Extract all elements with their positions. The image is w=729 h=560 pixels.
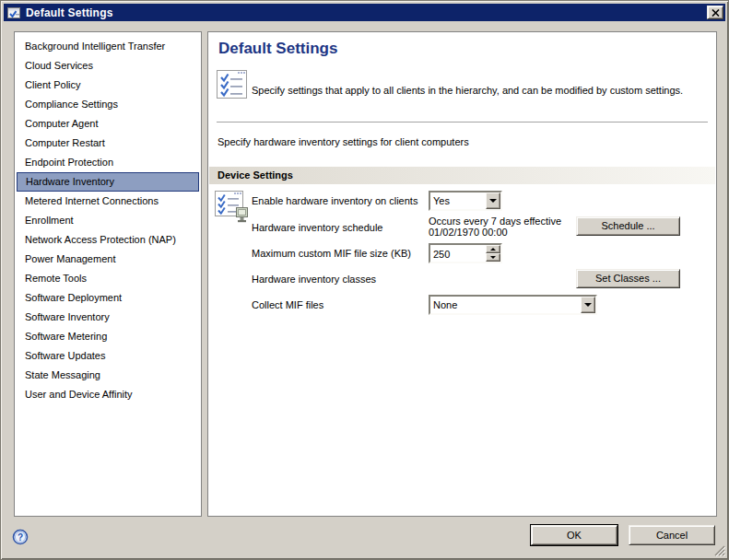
sidebar-item-computer-agent[interactable]: Computer Agent — [17, 114, 199, 134]
schedule-button[interactable]: Schedule ... — [576, 216, 680, 236]
hardware-inventory-schedule-label: Hardware inventory schedule — [252, 217, 382, 238]
enable-hardware-inventory-label: Enable hardware inventory on clients — [252, 191, 417, 211]
set-classes-button[interactable]: Set Classes ... — [576, 269, 680, 288]
titlebar[interactable]: Default Settings — [4, 4, 725, 21]
sidebar-item-compliance-settings[interactable]: Compliance Settings — [17, 95, 199, 114]
dropdown-arrow-icon[interactable] — [486, 192, 500, 209]
sidebar-item-software-updates[interactable]: Software Updates — [17, 346, 199, 366]
sidebar-item-software-inventory[interactable]: Software Inventory — [17, 308, 199, 327]
hardware-inventory-classes-label: Hardware inventory classes — [252, 269, 376, 289]
sidebar-item-state-messaging[interactable]: State Messaging — [17, 366, 199, 385]
enable-hardware-inventory-select[interactable]: Yes — [429, 191, 502, 211]
ok-button[interactable]: OK — [531, 525, 617, 545]
sidebar-item-power-management[interactable]: Power Management — [17, 250, 199, 269]
sidebar-item-background-intelligent-transfer[interactable]: Background Intelligent Transfer — [17, 37, 199, 56]
svg-text:?: ? — [18, 532, 23, 542]
window-title: Default Settings — [26, 6, 113, 19]
spinner-down-icon[interactable] — [486, 253, 500, 262]
mif-size-stepper[interactable] — [429, 243, 502, 263]
sidebar-item-metered-internet-connections[interactable]: Metered Internet Connections — [17, 192, 199, 211]
resize-grip-icon[interactable] — [713, 544, 725, 556]
sidebar-item-remote-tools[interactable]: Remote Tools — [17, 269, 199, 288]
collect-mif-files-value: None — [430, 297, 581, 313]
sidebar-item-software-deployment[interactable]: Software Deployment — [17, 288, 199, 308]
close-icon — [711, 9, 720, 17]
collect-mif-files-label: Collect MIF files — [252, 295, 323, 315]
checklist-window-icon — [6, 6, 21, 20]
sidebar-item-computer-restart[interactable]: Computer Restart — [17, 134, 199, 153]
schedule-occurrence-text: Occurs every 7 days effective 01/02/1970… — [429, 216, 561, 238]
settings-summary-text: Specify settings that apply to all clien… — [252, 85, 712, 97]
sidebar-item-client-policy[interactable]: Client Policy — [17, 76, 199, 95]
collect-mif-files-select[interactable]: None — [429, 295, 597, 315]
cancel-button[interactable]: Cancel — [629, 525, 715, 545]
close-button[interactable] — [707, 6, 723, 19]
settings-category-list: Background Intelligent Transfer Cloud Se… — [14, 31, 202, 517]
schedule-occurrence-line2: 01/02/1970 00:00 — [429, 227, 561, 238]
dropdown-arrow-icon[interactable] — [581, 297, 595, 313]
sidebar-item-endpoint-protection[interactable]: Endpoint Protection — [17, 153, 199, 172]
settings-detail-panel: Default Settings Specify settings — [207, 31, 717, 517]
divider — [217, 122, 708, 122]
device-settings-header: Device Settings — [209, 167, 715, 184]
page-title: Default Settings — [218, 40, 337, 58]
sidebar-item-user-and-device-affinity[interactable]: User and Device Affinity — [17, 385, 199, 404]
enable-hardware-inventory-value: Yes — [430, 192, 486, 209]
default-settings-dialog: Default Settings Background Intelligent … — [0, 0, 729, 560]
help-icon[interactable]: ? — [12, 529, 29, 545]
checklist-icon — [217, 70, 248, 99]
sidebar-item-network-access-protection[interactable]: Network Access Protection (NAP) — [17, 230, 199, 250]
sidebar-item-software-metering[interactable]: Software Metering — [17, 327, 199, 346]
sidebar-item-cloud-services[interactable]: Cloud Services — [17, 56, 199, 76]
maximum-mif-size-label: Maximum custom MIF file size (KB) — [252, 243, 411, 263]
spinner-up-icon[interactable] — [486, 245, 500, 253]
sidebar-item-hardware-inventory[interactable]: Hardware Inventory — [17, 172, 199, 192]
device-settings-icon — [215, 191, 252, 228]
section-description: Specify hardware inventory settings for … — [218, 136, 469, 147]
sidebar-item-enrollment[interactable]: Enrollment — [17, 211, 199, 230]
schedule-occurrence-line1: Occurs every 7 days effective — [429, 216, 561, 227]
mif-size-input[interactable] — [430, 245, 486, 262]
